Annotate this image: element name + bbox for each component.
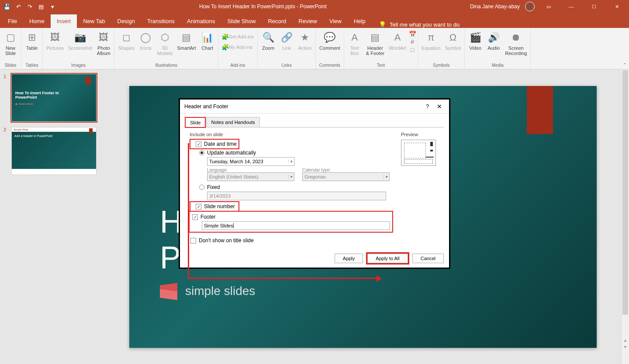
- 3d-models-button[interactable]: ⬡3D Models: [156, 29, 174, 59]
- photo-album-icon: 🖼: [97, 31, 111, 45]
- ribbon: ▢ New Slide Slides ⊞ Table Tables 🖼Pictu…: [0, 28, 629, 69]
- new-slide-button[interactable]: ▢ New Slide: [2, 29, 19, 59]
- header-footer-button[interactable]: ▤Header & Footer: [364, 29, 386, 59]
- action-button[interactable]: ★Action: [296, 29, 314, 59]
- table-button[interactable]: ⊞ Table: [23, 29, 41, 59]
- icons-button[interactable]: ◯Icons: [137, 29, 155, 59]
- save-icon[interactable]: 💾: [3, 3, 10, 10]
- shapes-icon: ◻: [119, 31, 133, 45]
- prev-slide-icon[interactable]: ▴: [624, 338, 626, 343]
- wordart-button[interactable]: AWordArt: [387, 29, 408, 59]
- photo-album-button[interactable]: 🖼Photo Album: [95, 29, 112, 59]
- slide-thumbnail-1[interactable]: How To Insert Footer In PowerPoint ◆ sim…: [11, 74, 97, 122]
- pictures-button[interactable]: 🖼Pictures: [45, 29, 66, 59]
- dialog-help-icon[interactable]: ?: [421, 103, 434, 110]
- slide-thumbnail-2[interactable]: Simple Slide Add a header in PowerPoint: [11, 127, 97, 175]
- dont-show-title-checkbox[interactable]: [190, 238, 196, 244]
- cancel-button[interactable]: Cancel: [412, 254, 444, 263]
- equation-button[interactable]: πEquation: [420, 29, 442, 59]
- footer-label: Footer: [200, 214, 216, 220]
- text-box-button[interactable]: AText Box: [346, 29, 363, 59]
- scrollbar-thumb[interactable]: [622, 70, 628, 315]
- footer-checkbox[interactable]: ✓: [192, 214, 198, 220]
- date-format-select[interactable]: Tuesday, March 14, 2023: [207, 157, 294, 166]
- tab-review[interactable]: Review: [292, 14, 323, 28]
- comment-icon: 💬: [323, 31, 337, 45]
- next-slide-icon[interactable]: ▾: [624, 344, 626, 349]
- preview-label: Preview: [401, 132, 444, 137]
- screenshot-icon: 📷: [73, 31, 87, 45]
- tab-transitions[interactable]: Transitions: [141, 14, 181, 28]
- slide-thumbnails-pane: 1 How To Insert Footer In PowerPoint ◆ s…: [0, 69, 105, 364]
- logo-icon: [160, 282, 181, 300]
- chart-icon: 📊: [200, 31, 214, 45]
- vertical-scrollbar[interactable]: ▴ ▾: [621, 69, 629, 364]
- tell-me-input[interactable]: Tell me what you want to do: [390, 21, 460, 28]
- screenshot-button[interactable]: 📷Screenshot: [66, 29, 94, 59]
- apply-button[interactable]: Apply: [335, 254, 363, 263]
- tab-newtab[interactable]: New Tab: [77, 14, 111, 28]
- avatar[interactable]: [525, 2, 535, 11]
- slide-number-checkbox[interactable]: ✓: [196, 204, 201, 209]
- pictures-icon: 🖼: [48, 31, 62, 45]
- dialog-close-icon[interactable]: ✕: [434, 103, 445, 110]
- apply-to-all-button[interactable]: Apply to All: [367, 254, 408, 263]
- minimize-icon[interactable]: —: [563, 0, 580, 13]
- annotation-line: [188, 278, 380, 279]
- shapes-button[interactable]: ◻Shapes: [116, 29, 136, 59]
- group-links-label: Links: [259, 63, 314, 69]
- redo-icon[interactable]: ↷: [26, 3, 33, 10]
- tab-design[interactable]: Design: [111, 14, 141, 28]
- tab-home[interactable]: Home: [23, 14, 51, 28]
- language-select[interactable]: English (United States): [207, 172, 294, 181]
- user-name: Dina Jane Abay-abay: [470, 3, 520, 10]
- zoom-button[interactable]: 🔍Zoom: [259, 29, 277, 59]
- date-time-icon[interactable]: 📅: [409, 31, 416, 38]
- slide-number-label: Slide number: [204, 203, 235, 209]
- thumb-ribbon-decoration: [89, 128, 93, 134]
- comment-button[interactable]: 💬Comment: [318, 29, 342, 59]
- tab-record[interactable]: Record: [262, 14, 292, 28]
- group-media-label: Media: [467, 63, 529, 69]
- document-title: How To Insert Header In PowerPoint.pptx …: [56, 3, 470, 10]
- my-addins-button[interactable]: 🧩My Add-ins: [220, 43, 254, 52]
- header-footer-icon: ▤: [368, 31, 382, 45]
- start-slideshow-icon[interactable]: ▤: [38, 3, 45, 10]
- fixed-date-input[interactable]: 3/14/2023: [207, 192, 386, 200]
- symbol-button[interactable]: ΩSymbol: [443, 29, 463, 59]
- object-icon[interactable]: □: [409, 46, 416, 53]
- dialog-tab-slide[interactable]: Slide: [185, 117, 205, 127]
- tab-insert[interactable]: Insert: [51, 14, 77, 28]
- link-button[interactable]: 🔗Link: [278, 29, 295, 59]
- fixed-radio[interactable]: [199, 185, 204, 190]
- video-button[interactable]: 🎬Video: [467, 29, 484, 59]
- chart-button[interactable]: 📊Chart: [199, 29, 216, 59]
- dialog-tab-notes[interactable]: Notes and Handouts: [206, 117, 259, 127]
- get-addins-button[interactable]: 🧩Get Add-ins: [220, 32, 256, 41]
- annotation-arrow-icon: [377, 275, 382, 282]
- date-time-checkbox[interactable]: ✓: [196, 141, 201, 147]
- tab-slideshow[interactable]: Slide Show: [221, 14, 262, 28]
- slide-number-icon[interactable]: #: [409, 38, 416, 45]
- undo-icon[interactable]: ↶: [15, 3, 22, 10]
- tab-help[interactable]: Help: [348, 14, 372, 28]
- slide-ribbon-decoration: [527, 86, 553, 134]
- maximize-icon[interactable]: ☐: [585, 0, 603, 13]
- qat-more-icon[interactable]: ▾: [49, 3, 56, 10]
- tab-file[interactable]: File: [2, 14, 23, 28]
- table-icon: ⊞: [25, 31, 39, 45]
- screen-recording-button[interactable]: ⏺Screen Recording: [503, 29, 529, 59]
- tab-view[interactable]: View: [323, 14, 348, 28]
- thumb-number-1: 1: [3, 74, 9, 122]
- collapse-ribbon-icon[interactable]: ⌃: [623, 62, 626, 67]
- tab-animations[interactable]: Animations: [181, 14, 221, 28]
- calendar-select[interactable]: Gregorian: [302, 172, 390, 181]
- smartart-button[interactable]: ▤SmartArt: [175, 29, 197, 59]
- ribbon-options-icon[interactable]: ▭: [540, 0, 557, 13]
- language-label: Language:: [207, 168, 297, 172]
- close-icon[interactable]: ✕: [608, 0, 626, 13]
- footer-text-input[interactable]: Simple Slides: [202, 221, 390, 230]
- update-automatically-radio[interactable]: [199, 150, 204, 155]
- 3d-models-icon: ⬡: [158, 31, 172, 45]
- audio-button[interactable]: 🔊Audio: [485, 29, 502, 59]
